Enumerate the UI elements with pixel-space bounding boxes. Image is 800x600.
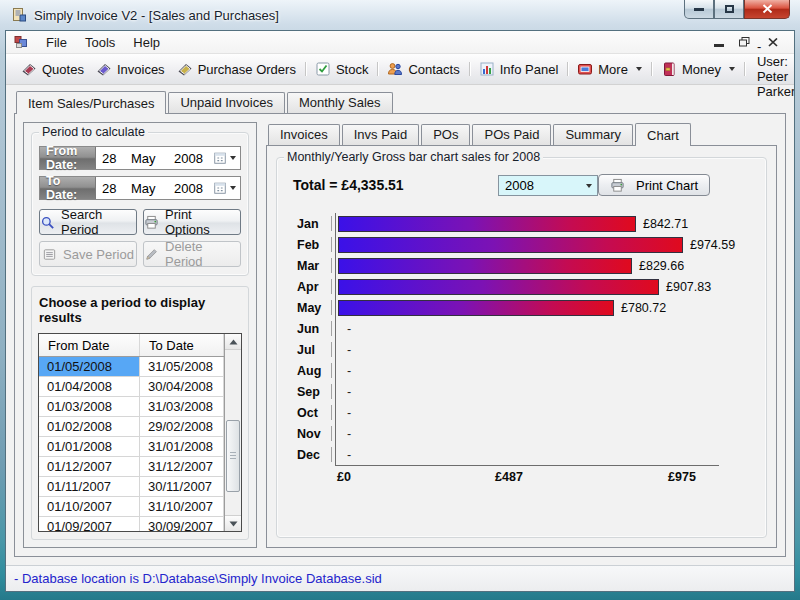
results-tab-chart[interactable]: Chart [635,123,691,146]
table-cell[interactable]: 01/02/2008 [39,417,140,437]
results-tab-invs-paid[interactable]: Invs Paid [342,124,419,145]
toolbar-more-button[interactable]: More [571,58,648,80]
search-icon [40,215,55,230]
table-cell[interactable]: 01/11/2007 [39,477,140,497]
toolbar-invoices-button[interactable]: Invoices [90,58,171,80]
to-date-day[interactable]: 28 [102,181,131,196]
table-row: 01/12/200731/12/2007 [39,457,224,477]
toolbar-stock-button[interactable]: Stock [309,58,375,80]
from-date-day[interactable]: 28 [102,151,131,166]
from-date-field[interactable]: From Date: 28 May 2008 [39,146,241,170]
chart-empty-marker: - [347,364,351,378]
chart-bar [338,216,636,232]
save-period-label: Save Period [63,247,134,262]
table-cell[interactable]: 01/12/2007 [39,457,140,477]
table-cell[interactable]: 29/02/2008 [140,417,224,437]
scroll-down-button[interactable] [225,515,241,531]
save-period-button[interactable]: Save Period [39,241,137,267]
table-cell[interactable]: 01/10/2007 [39,497,140,517]
table-cell[interactable]: 31/05/2008 [140,357,224,377]
table-cell[interactable]: 01/01/2008 [39,437,140,457]
title-bar: Simply Invoice V2 - [Sales and Purchases… [0,0,800,30]
toolbar-info-panel-button[interactable]: Info Panel [473,58,565,80]
chart-bar-area: - [335,402,758,423]
scroll-up-button[interactable] [225,334,241,350]
column-header-from-date[interactable]: From Date [39,334,140,356]
chart-row: Oct- [297,402,758,423]
quotes-icon [21,61,37,77]
scrollbar-thumb[interactable] [226,420,240,492]
results-tab-invoices[interactable]: Invoices [268,124,340,145]
table-cell[interactable]: 31/10/2007 [140,497,224,517]
to-date-year[interactable]: 2008 [174,181,212,196]
chart-value-label: £829.66 [639,259,684,273]
table-scrollbar[interactable] [224,334,241,531]
print-options-button[interactable]: Print Options [143,209,241,235]
close-button[interactable] [744,0,790,19]
calendar-icon [212,151,227,166]
table-cell[interactable]: 01/04/2008 [39,377,140,397]
period-table: From DateTo Date 01/05/200831/05/200801/… [38,333,242,532]
table-cell[interactable]: 31/01/2008 [140,437,224,457]
table-cell[interactable]: 01/05/2008 [39,357,140,377]
search-period-button[interactable]: Search Period [39,209,137,235]
table-cell[interactable]: 31/03/2008 [140,397,224,417]
maximize-icon [725,5,734,13]
results-tab-pos[interactable]: POs [421,124,470,145]
to-date-picker-button[interactable] [212,181,240,196]
chart-bar-area: £974.59 [335,234,758,255]
purchase-orders-icon [177,61,193,77]
chevron-down-icon [636,67,642,71]
chart-row: Jul- [297,339,758,360]
toolbar-separator [651,62,652,76]
table-cell[interactable]: 30/09/2007 [140,517,224,532]
table-cell[interactable]: 30/11/2007 [140,477,224,497]
toolbar-money-button[interactable]: Money [655,58,741,80]
printer-icon [144,215,159,230]
chart-row: Jun- [297,318,758,339]
toolbar-contacts-button[interactable]: Contacts [381,58,465,80]
chart-row: Apr£907.83 [297,276,758,297]
period-groupbox: Period to calculate From Date: 28 May 20… [31,132,249,276]
table-cell[interactable]: 30/04/2008 [140,377,224,397]
menu-item-tools[interactable]: Tools [76,33,124,52]
column-header-to-date[interactable]: To Date [140,334,224,356]
pencil-icon [144,247,159,262]
to-date-field[interactable]: To Date: 28 May 2008 [39,176,241,200]
info-panel-icon [479,61,495,77]
toolbar-quotes-button[interactable]: Quotes [15,58,90,80]
year-select[interactable]: 2008 [498,175,598,196]
maximize-button[interactable] [714,0,744,19]
mdi-minimize-button[interactable] [714,44,724,47]
chart-empty-marker: - [347,385,351,399]
chart-month-label: Feb [297,238,335,252]
app-icon [11,7,27,23]
toolbar-purchase-orders-button[interactable]: Purchase Orders [171,58,302,80]
delete-period-button[interactable]: Delete Period [143,241,241,267]
chart-value-label: £974.59 [690,238,735,252]
to-date-month[interactable]: May [131,181,174,196]
table-row: 01/01/200831/01/2008 [39,437,224,457]
table-cell[interactable]: 01/09/2007 [39,517,140,532]
chart-empty-marker: - [347,448,351,462]
print-chart-button[interactable]: Print Chart [598,174,710,196]
results-tab-summary[interactable]: Summary [553,124,633,145]
table-row: 01/05/200831/05/2008 [39,357,224,377]
chevron-down-icon [230,186,236,190]
from-date-picker-button[interactable] [212,151,240,166]
table-cell[interactable]: 31/12/2007 [140,457,224,477]
toolbar-label: Contacts [408,62,459,77]
menu-item-help[interactable]: Help [124,33,169,52]
minimize-button[interactable] [684,0,714,19]
period-table-body: 01/05/200831/05/200801/04/200830/04/2008… [39,357,224,532]
tab-monthly-sales[interactable]: Monthly Sales [287,92,393,113]
from-date-year[interactable]: 2008 [174,151,212,166]
more-icon [577,61,593,77]
menu-item-file[interactable]: File [37,33,76,52]
tab-unpaid-invoices[interactable]: Unpaid Invoices [168,92,285,113]
table-cell[interactable]: 01/03/2008 [39,397,140,417]
results-tab-pos-paid[interactable]: POs Paid [472,124,551,145]
chevron-down-icon [230,156,236,160]
from-date-month[interactable]: May [131,151,174,166]
tab-item-sales-purchases[interactable]: Item Sales/Purchases [16,91,166,114]
